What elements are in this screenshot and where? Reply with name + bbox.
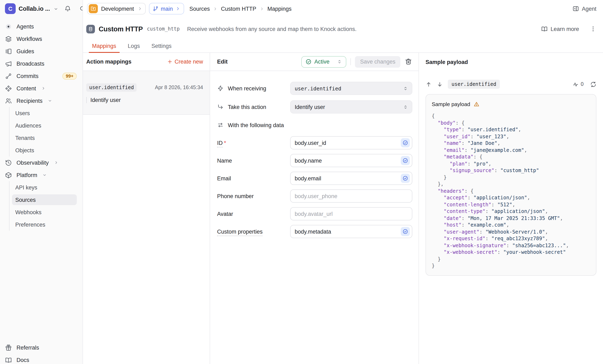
book-open-icon xyxy=(541,26,548,32)
learn-more-label: Learn more xyxy=(551,26,579,32)
sidebar-item-guides[interactable]: Guides xyxy=(0,45,82,57)
required-asterisk: * xyxy=(224,140,226,146)
learn-more-link[interactable]: Learn more xyxy=(541,26,579,32)
sidebar-item-broadcasts[interactable]: Broadcasts xyxy=(0,57,82,70)
json-line: "content-type": "application/json", xyxy=(432,208,590,215)
sidebar-item-api-keys[interactable]: API keys xyxy=(10,181,82,193)
sidebar-item-referrals[interactable]: Referrals xyxy=(0,341,82,354)
docs-icon xyxy=(5,356,12,363)
email-input[interactable]: body.email xyxy=(290,172,412,185)
branch-label: main xyxy=(161,6,173,12)
sidebar-item-preferences[interactable]: Preferences xyxy=(10,218,82,231)
breadcrumb-separator-icon xyxy=(260,6,264,11)
mapping-event-chip: user.identified xyxy=(86,83,137,92)
sidebar-item-label: API keys xyxy=(12,182,77,193)
agent-panel-button[interactable]: Agent xyxy=(572,5,596,12)
next-payload-button[interactable] xyxy=(437,81,443,87)
sidebar-item-webhooks[interactable]: Webhooks xyxy=(10,206,82,218)
sidebar-item-label: Workflows xyxy=(16,36,42,42)
corner-down-right-icon xyxy=(217,103,224,110)
chevron-up-down-icon xyxy=(403,104,408,110)
branch-switcher[interactable]: main xyxy=(149,3,184,14)
mapping-list-item[interactable]: user.identifiedApr 8 2026, 16:45:34Ident… xyxy=(83,71,210,115)
sidebar-item-platform[interactable]: Platform xyxy=(0,169,82,181)
arrow-up-icon xyxy=(426,81,432,87)
field-row-id: ID*body.user_id xyxy=(217,136,412,149)
field-label: Email xyxy=(217,175,290,181)
breadcrumb-item-mappings[interactable]: Mappings xyxy=(267,6,292,12)
tree-connector xyxy=(86,97,87,103)
git-branch-icon xyxy=(152,6,158,11)
sidebar-nav: AgentsWorkflowsGuidesBroadcastsCommits99… xyxy=(0,17,82,231)
page-description: Receive webhooks from any source and map… xyxy=(187,26,357,32)
breadcrumb-item-sources[interactable]: Sources xyxy=(189,6,210,12)
custom-properties-input[interactable]: body.metadata xyxy=(290,225,412,238)
plus-icon xyxy=(167,59,173,64)
payload-card: Sample payload { "body": { "type": "user… xyxy=(426,94,596,275)
phone-number-input[interactable]: body.user_phone xyxy=(290,189,412,203)
sidebar-item-content[interactable]: Content xyxy=(0,82,82,94)
tab-settings[interactable]: Settings xyxy=(148,40,175,52)
sidebar-item-observability[interactable]: Observability xyxy=(0,156,82,169)
arrows-left-right-icon xyxy=(217,122,224,128)
sidebar-item-label: Guides xyxy=(16,48,34,54)
platform-icon xyxy=(5,171,12,179)
overflow-menu-button[interactable] xyxy=(590,26,596,32)
notifications-button[interactable] xyxy=(64,5,71,12)
refresh-payload-button[interactable] xyxy=(590,81,596,87)
edit-panel: Edit Active Save changes When receivingu… xyxy=(210,53,419,364)
previous-payload-button[interactable] xyxy=(426,81,432,87)
json-line: "email": "jane@example.com", xyxy=(432,147,590,154)
sidebar-item-recipients[interactable]: Recipients xyxy=(0,94,82,107)
chevron-right-icon xyxy=(175,6,180,11)
page-header: Custom HTTP custom_http Receive webhooks… xyxy=(83,17,603,53)
zap-icon xyxy=(217,85,224,92)
sidebar-item-label: Users xyxy=(12,108,77,118)
field-row-phone-number: Phone numberbody.user_phone xyxy=(217,189,412,203)
sidebar-item-users[interactable]: Users xyxy=(10,107,82,119)
json-line: } xyxy=(432,256,590,262)
sidebar-item-audiences[interactable]: Audiences xyxy=(10,119,82,132)
json-line: "host": "example.com", xyxy=(432,222,590,228)
tab-logs[interactable]: Logs xyxy=(124,40,143,52)
agent-label: Agent xyxy=(582,6,596,12)
activity-button[interactable] xyxy=(572,81,579,87)
create-new-button[interactable]: Create new xyxy=(167,59,203,65)
field-label: Avatar xyxy=(217,211,290,217)
name-input[interactable]: body.name xyxy=(290,154,412,167)
save-changes-button[interactable]: Save changes xyxy=(355,56,400,68)
tab-mappings[interactable]: Mappings xyxy=(89,40,119,52)
referrals-icon xyxy=(5,344,12,351)
payload-json: { "body": { "type": "user.identified", "… xyxy=(432,113,590,269)
chevron-down-icon xyxy=(47,98,52,103)
breadcrumb-item-custom-http[interactable]: Custom HTTP xyxy=(221,6,256,12)
sidebar-item-workflows[interactable]: Workflows xyxy=(0,33,82,45)
field-label: ID* xyxy=(217,140,290,146)
sidebar-item-label: Sources xyxy=(12,194,77,205)
commits-count-badge: 99+ xyxy=(63,72,77,80)
sidebar-item-commits[interactable]: Commits99+ xyxy=(0,70,82,82)
workspace-switcher[interactable] xyxy=(53,6,58,11)
search-button[interactable] xyxy=(79,5,83,12)
content-columns: Action mappings Create new user.identifi… xyxy=(83,53,603,364)
panel-toggle-icon xyxy=(572,5,579,12)
status-label: Active xyxy=(314,59,330,65)
json-line: "headers": { xyxy=(432,188,590,194)
delete-mapping-button[interactable] xyxy=(405,58,412,66)
sidebar-footer-nav: ReferralsDocs xyxy=(0,341,82,364)
sample-payload-panel: Sample payload user.identified 0 Sample … xyxy=(419,53,603,364)
sidebar-item-sources[interactable]: Sources xyxy=(10,193,82,206)
sidebar-item-docs[interactable]: Docs xyxy=(0,354,82,364)
when-receiving-select[interactable]: user.identified xyxy=(290,82,412,95)
id-input[interactable]: body.user_id xyxy=(290,136,412,149)
sidebar-item-objects[interactable]: Objects xyxy=(10,144,82,156)
sidebar-item-tenants[interactable]: Tenants xyxy=(10,132,82,144)
environment-switcher[interactable]: Development xyxy=(87,3,145,14)
json-line: "plan": "pro", xyxy=(432,160,590,167)
sidebar-item-agents[interactable]: Agents xyxy=(0,20,82,33)
take-this-action-select[interactable]: Identify user xyxy=(290,100,412,114)
status-select[interactable]: Active xyxy=(301,56,347,68)
workspace-logo: C xyxy=(5,3,16,14)
avatar-input[interactable]: body.avatar_url xyxy=(290,207,412,220)
sidebar: C Collab.io ... AgentsWorkflowsGuidesBro… xyxy=(0,0,83,364)
